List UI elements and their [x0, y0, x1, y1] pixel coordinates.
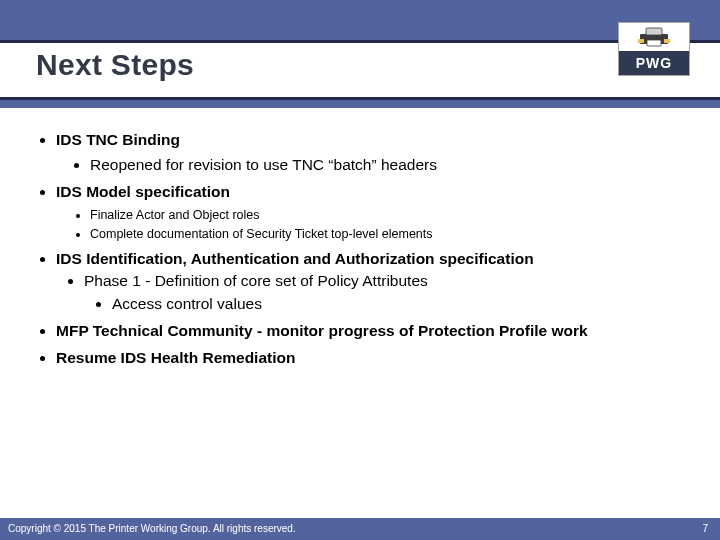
bullet-2: IDS Model specification Finalize Actor a… — [56, 182, 690, 243]
content-area: IDS TNC Binding Reopened for revision to… — [34, 130, 690, 375]
printer-icon — [638, 27, 670, 47]
bullet-3-text: IDS Identification, Authentication and A… — [56, 250, 534, 267]
svg-rect-4 — [664, 39, 670, 43]
bullet-1-text: IDS TNC Binding — [56, 131, 180, 148]
svg-rect-1 — [646, 28, 662, 35]
bullet-2-1: Finalize Actor and Object roles — [90, 207, 690, 224]
page-title: Next Steps — [36, 48, 194, 82]
bullet-4: MFP Technical Community - monitor progre… — [56, 321, 690, 342]
copyright-text: Copyright © 2015 The Printer Working Gro… — [8, 523, 296, 534]
bullet-3-1-1: Access control values — [112, 294, 690, 315]
bullet-3-1: Phase 1 - Definition of core set of Poli… — [84, 271, 690, 315]
bullet-3: IDS Identification, Authentication and A… — [56, 249, 690, 316]
logo-label: PWG — [619, 51, 689, 75]
svg-rect-3 — [638, 39, 644, 43]
bullet-1-1: Reopened for revision to use TNC “batch”… — [90, 155, 690, 176]
bullet-1: IDS TNC Binding Reopened for revision to… — [56, 130, 690, 176]
page-number: 7 — [702, 523, 708, 534]
bullet-5: Resume IDS Health Remediation — [56, 348, 690, 369]
bullet-3-1-text: Phase 1 - Definition of core set of Poli… — [84, 272, 428, 289]
pwg-logo: PWG — [618, 22, 690, 76]
footer-band: Copyright © 2015 The Printer Working Gro… — [0, 518, 720, 540]
bullet-2-2: Complete documentation of Security Ticke… — [90, 226, 690, 243]
svg-rect-2 — [647, 40, 661, 46]
bullet-5-text: Resume IDS Health Remediation — [56, 349, 295, 366]
bullet-2-text: IDS Model specification — [56, 183, 230, 200]
bullet-4-text: MFP Technical Community - monitor progre… — [56, 322, 588, 339]
